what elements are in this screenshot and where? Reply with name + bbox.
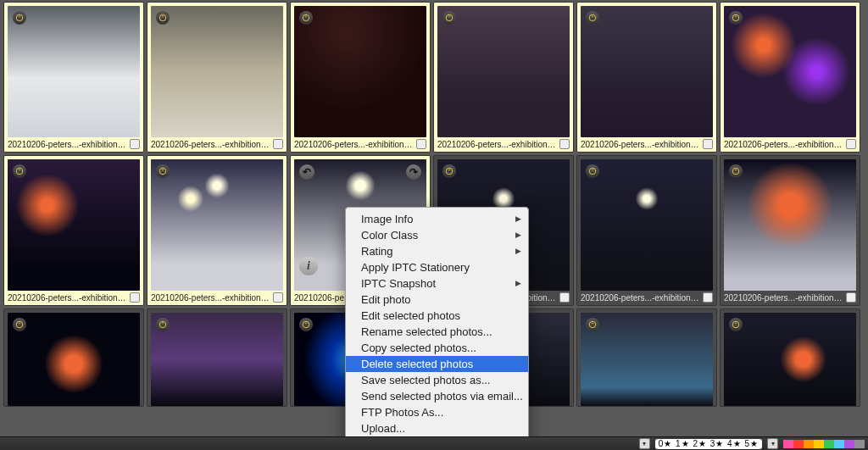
thumbnail-image	[8, 313, 140, 406]
thumbnail[interactable]: 20210206-peters...-exhibition-17.JPG	[576, 155, 717, 306]
thumbnail-image	[294, 6, 426, 137]
menu-item[interactable]: Edit photo	[346, 292, 528, 308]
thumbnail-filename: 20210206-pe...	[294, 293, 351, 303]
thumbnail[interactable]: 20210206-peters...-exhibition-10.JPG	[433, 2, 574, 153]
thumbnail-filename: 20210206-peters...-exhibition-09.JPG	[294, 140, 413, 149]
thumbnail-image	[437, 6, 570, 137]
thumbnail-image	[151, 313, 283, 406]
gps-badge-icon	[156, 318, 170, 331]
thumbnail[interactable]	[720, 308, 860, 407]
thumbnail-filename: 20210206-peters...-exhibition-18.JPG	[724, 293, 843, 303]
gps-badge-icon	[442, 164, 456, 178]
thumbnail-image	[724, 313, 856, 406]
thumbnail-image	[724, 6, 856, 137]
thumbnail-image	[581, 159, 713, 291]
gps-badge-icon	[442, 11, 456, 25]
menu-item[interactable]: Rename selected photos...	[346, 324, 528, 340]
menu-item[interactable]: Apply IPTC Stationery	[346, 259, 528, 275]
thumbnail-image	[724, 159, 856, 291]
menu-item[interactable]: Color Class	[346, 227, 528, 243]
status-bar: ▾ 0★ 1★ 2★ 3★ 4★ 5★ ▾	[0, 436, 868, 450]
thumbnail-checkbox[interactable]	[273, 139, 283, 149]
thumbnail-filename: 20210206-peters...-exhibition-10.JPG	[437, 140, 556, 149]
color-chip[interactable]	[793, 440, 804, 448]
thumbnail-image	[151, 159, 283, 291]
thumbnail[interactable]: 20210206-peters...-exhibition-11.JPG	[576, 2, 717, 153]
thumbnail[interactable]	[147, 308, 287, 407]
thumbnail-filename: 20210206-peters...-exhibition-13.JPG	[8, 293, 126, 303]
menu-item[interactable]: FTP Photos As...	[346, 404, 528, 420]
thumbnail-checkbox[interactable]	[273, 292, 283, 303]
thumbnail[interactable]: 20210206-peters...-exhibition-14.JPG	[147, 155, 287, 306]
thumbnail-image	[151, 6, 283, 137]
thumbnail[interactable]: 20210206-peters...-exhibition-07.JPG	[3, 2, 144, 153]
thumbnail[interactable]: 20210206-peters...-exhibition-12.JPG	[720, 2, 860, 153]
thumbnail-checkbox[interactable]	[703, 139, 713, 149]
thumbnail-checkbox[interactable]	[130, 139, 140, 149]
gps-badge-icon	[299, 11, 313, 25]
color-chip[interactable]	[844, 440, 854, 448]
thumbnail[interactable]	[3, 308, 144, 407]
color-chip[interactable]	[834, 440, 844, 448]
gps-badge-icon	[13, 11, 26, 25]
thumbnail[interactable]: 20210206-peters...-exhibition-13.JPG	[3, 155, 144, 306]
thumbnail[interactable]	[576, 308, 717, 407]
menu-item[interactable]: Copy selected photos...	[346, 340, 528, 356]
thumbnail-checkbox[interactable]	[559, 139, 570, 149]
thumbnail-filename: 20210206-peters...-exhibition-17.JPG	[581, 293, 699, 303]
menu-item[interactable]: Send selected photos via email...	[346, 388, 528, 404]
color-chip[interactable]	[854, 440, 865, 448]
rating-filter[interactable]: 0★ 1★ 2★ 3★ 4★ 5★	[655, 439, 762, 449]
gps-badge-icon	[586, 11, 599, 25]
thumbnail-filename: 20210206-peters...-exhibition-12.JPG	[724, 140, 843, 149]
color-chip[interactable]	[783, 440, 793, 448]
gps-badge-icon	[156, 11, 170, 25]
thumbnail-image	[581, 6, 713, 137]
gps-badge-icon	[729, 318, 743, 331]
thumbnail[interactable]: 20210206-peters...-exhibition-09.JPG	[290, 2, 431, 153]
info-button[interactable]: i	[299, 257, 318, 275]
thumbnail-filename: 20210206-peters...-exhibition-14.JPG	[151, 293, 270, 303]
rotate-right-icon[interactable]: ↷	[406, 164, 421, 180]
filter-toggle-right[interactable]: ▾	[767, 438, 778, 449]
gps-badge-icon	[729, 164, 743, 178]
gps-badge-icon	[729, 11, 743, 25]
menu-item[interactable]: Image Info	[346, 211, 528, 227]
gps-badge-icon	[586, 164, 599, 178]
thumbnail-image	[8, 159, 140, 291]
thumbnail-filename: 20210206-peters...-exhibition-11.JPG	[581, 140, 699, 149]
menu-item[interactable]: IPTC Snapshot	[346, 275, 528, 292]
thumbnail-checkbox[interactable]	[846, 139, 856, 149]
gps-badge-icon	[13, 164, 26, 178]
menu-item[interactable]: Save selected photos as...	[346, 372, 528, 388]
thumbnail-checkbox[interactable]	[130, 292, 140, 303]
gps-badge-icon	[299, 318, 313, 331]
color-class-filter[interactable]	[783, 440, 865, 448]
filter-toggle-left[interactable]: ▾	[639, 438, 650, 449]
menu-item[interactable]: Upload...	[346, 420, 528, 436]
thumbnail-filename: 20210206-peters...-exhibition-07.JPG	[8, 140, 126, 149]
gps-badge-icon	[586, 318, 599, 331]
gps-badge-icon	[156, 164, 170, 178]
menu-item[interactable]: Edit selected photos	[346, 308, 528, 324]
color-chip[interactable]	[814, 440, 824, 448]
context-menu: Image InfoColor ClassRatingApply IPTC St…	[345, 207, 529, 450]
thumbnail-checkbox[interactable]	[559, 292, 570, 303]
thumbnail[interactable]: 20210206-peters...-exhibition-08.JPG	[147, 2, 287, 153]
color-chip[interactable]	[824, 440, 834, 448]
thumbnail-filename: 20210206-peters...-exhibition-08.JPG	[151, 140, 270, 149]
thumbnail-checkbox[interactable]	[846, 292, 856, 303]
color-chip[interactable]	[804, 440, 814, 448]
thumbnail-checkbox[interactable]	[416, 139, 426, 149]
menu-item[interactable]: Delete selected photos	[346, 356, 528, 372]
rotate-left-icon[interactable]: ↶	[299, 164, 314, 180]
thumbnail-image	[581, 313, 713, 406]
thumbnail-checkbox[interactable]	[703, 292, 713, 303]
thumbnail[interactable]: 20210206-peters...-exhibition-18.JPG	[720, 155, 860, 306]
thumbnail-image	[8, 6, 140, 137]
gps-badge-icon	[13, 318, 26, 331]
menu-item[interactable]: Rating	[346, 243, 528, 259]
